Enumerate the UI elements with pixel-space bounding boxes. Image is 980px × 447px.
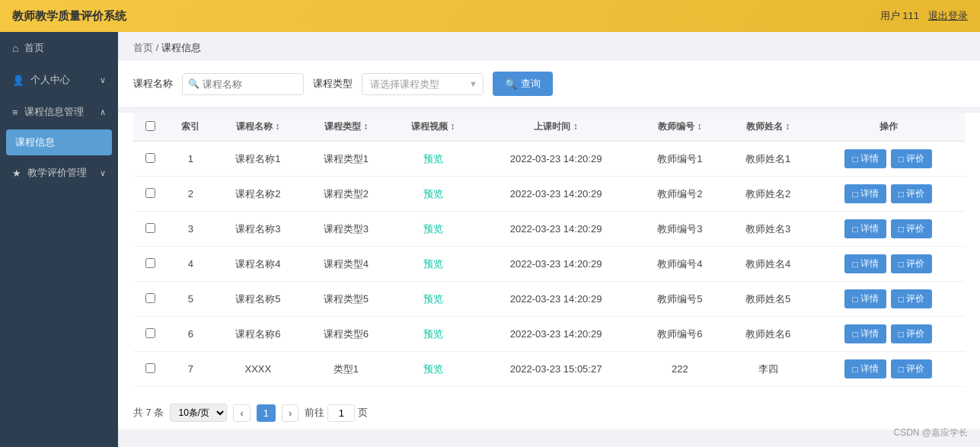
detail-button[interactable]: □ 详情 xyxy=(844,149,886,168)
select-all-checkbox[interactable] xyxy=(145,121,155,131)
row-index: 6 xyxy=(168,317,214,352)
row-course-name: 课程名称1 xyxy=(214,142,302,177)
row-checkbox xyxy=(133,317,168,352)
video-link[interactable]: 预览 xyxy=(423,293,443,305)
eval-button[interactable]: □ 评价 xyxy=(891,254,932,273)
sidebar-item-eval-mgmt[interactable]: ★ 教学评价管理 ∨ xyxy=(0,157,118,189)
search-input-wrap: 🔍 xyxy=(182,73,304,95)
col-course-video[interactable]: 课程视频 ↕ xyxy=(390,113,476,142)
course-name-input[interactable] xyxy=(182,73,304,95)
prev-page-button[interactable]: ‹ xyxy=(233,404,250,422)
row-select-checkbox[interactable] xyxy=(145,223,155,233)
video-link[interactable]: 预览 xyxy=(423,223,443,235)
col-course-type[interactable]: 课程类型 ↕ xyxy=(302,113,391,142)
row-class-time: 2022-03-23 14:20:29 xyxy=(476,247,636,282)
row-select-checkbox[interactable] xyxy=(145,293,155,303)
eval-label: 评价 xyxy=(906,362,924,375)
eval-button[interactable]: □ 评价 xyxy=(891,289,932,308)
action-btns: □ 详情 □ 评价 xyxy=(818,289,959,308)
action-btns: □ 详情 □ 评价 xyxy=(818,254,959,273)
eval-button[interactable]: □ 评价 xyxy=(891,149,932,168)
sidebar-item-home[interactable]: ⌂ 首页 xyxy=(0,32,118,64)
sidebar-item-personal[interactable]: 👤 个人中心 ∨ xyxy=(0,64,118,96)
row-course-video: 预览 xyxy=(390,247,476,282)
detail-button[interactable]: □ 详情 xyxy=(844,324,886,343)
sidebar-item-course-mgmt[interactable]: ≡ 课程信息管理 ∧ xyxy=(0,96,118,128)
name-label: 课程名称 xyxy=(133,77,173,91)
page-size-select[interactable]: 10条/页 xyxy=(170,404,227,422)
row-class-time: 2022-03-23 14:20:29 xyxy=(476,142,636,177)
detail-label: 详情 xyxy=(860,187,879,200)
table-container: 索引 课程名称 ↕ 课程类型 ↕ 课程视频 ↕ 上课时间 ↕ 教师编号 ↕ 教师… xyxy=(118,113,980,396)
eval-button[interactable]: □ 评价 xyxy=(891,359,932,378)
action-btns: □ 详情 □ 评价 xyxy=(818,149,959,168)
row-index: 7 xyxy=(168,352,214,387)
detail-label: 详情 xyxy=(860,222,879,235)
row-actions: □ 详情 □ 评价 xyxy=(812,212,965,247)
col-teacher-id[interactable]: 教师编号 ↕ xyxy=(636,113,724,142)
row-select-checkbox[interactable] xyxy=(145,328,155,338)
col-class-time[interactable]: 上课时间 ↕ xyxy=(476,113,636,142)
pagination: 共 7 条 10条/页 ‹ 1 › 前往 页 xyxy=(118,396,980,429)
detail-icon: □ xyxy=(852,154,857,164)
row-course-type: 课程类型6 xyxy=(302,317,391,352)
query-button[interactable]: 🔍 查询 xyxy=(493,72,553,96)
eval-label: 评价 xyxy=(906,327,924,340)
col-course-name[interactable]: 课程名称 ↕ xyxy=(214,113,302,142)
row-index: 2 xyxy=(168,177,214,212)
detail-button[interactable]: □ 详情 xyxy=(844,289,886,308)
row-checkbox xyxy=(133,247,168,282)
detail-button[interactable]: □ 详情 xyxy=(844,254,886,273)
row-actions: □ 详情 □ 评价 xyxy=(812,177,965,212)
row-course-name: 课程名称5 xyxy=(214,282,302,317)
row-select-checkbox[interactable] xyxy=(145,153,155,163)
query-icon: 🔍 xyxy=(505,78,517,90)
detail-button[interactable]: □ 详情 xyxy=(844,359,886,378)
header-right: 用户 111 退出登录 xyxy=(880,9,968,23)
action-btns: □ 详情 □ 评价 xyxy=(818,219,959,238)
detail-icon: □ xyxy=(852,364,857,375)
row-course-name: 课程名称4 xyxy=(214,247,302,282)
eval-button[interactable]: □ 评价 xyxy=(891,184,932,203)
detail-button[interactable]: □ 详情 xyxy=(844,219,886,238)
video-link[interactable]: 预览 xyxy=(423,328,443,340)
sidebar-course-mgmt-label: 课程信息管理 xyxy=(24,105,84,119)
row-index: 1 xyxy=(168,142,214,177)
detail-label: 详情 xyxy=(860,327,879,340)
row-select-checkbox[interactable] xyxy=(145,188,155,198)
goto-input[interactable] xyxy=(327,404,355,422)
video-link[interactable]: 预览 xyxy=(423,258,443,270)
col-actions: 操作 xyxy=(812,113,965,142)
row-course-type: 课程类型2 xyxy=(302,177,391,212)
sidebar-item-course-info[interactable]: 课程信息 xyxy=(6,129,112,155)
next-page-button[interactable]: › xyxy=(282,404,298,422)
row-class-time: 2022-03-23 14:20:29 xyxy=(476,212,636,247)
row-select-checkbox[interactable] xyxy=(145,258,155,268)
logout-button[interactable]: 退出登录 xyxy=(928,9,968,23)
row-actions: □ 详情 □ 评价 xyxy=(812,247,965,282)
row-course-video: 预览 xyxy=(390,282,476,317)
row-course-type: 课程类型1 xyxy=(302,142,391,177)
row-course-name: 课程名称3 xyxy=(214,212,302,247)
col-teacher-name[interactable]: 教师姓名 ↕ xyxy=(724,113,812,142)
breadcrumb-home[interactable]: 首页 xyxy=(133,42,153,53)
page-1-button[interactable]: 1 xyxy=(257,404,276,422)
detail-button[interactable]: □ 详情 xyxy=(844,184,886,203)
search-bar: 课程名称 🔍 课程类型 请选择课程类型 ▼ 🔍 查询 xyxy=(118,61,980,107)
detail-icon: □ xyxy=(852,329,857,340)
row-checkbox xyxy=(133,142,168,177)
eval-button[interactable]: □ 评价 xyxy=(891,219,932,238)
row-checkbox xyxy=(133,177,168,212)
eval-button[interactable]: □ 评价 xyxy=(891,324,932,343)
sidebar-course-info-label: 课程信息 xyxy=(15,136,55,148)
video-link[interactable]: 预览 xyxy=(423,188,443,200)
course-type-select[interactable]: 请选择课程类型 xyxy=(362,73,484,95)
header: 教师教学质量评价系统 用户 111 退出登录 xyxy=(0,0,980,32)
table-row: 7 XXXX 类型1 预览 2022-03-23 15:05:27 222 李四… xyxy=(133,352,965,387)
row-select-checkbox[interactable] xyxy=(145,363,155,373)
eval-icon: ★ xyxy=(12,168,21,179)
video-link[interactable]: 预览 xyxy=(423,363,443,375)
chevron-down-icon2: ∧ xyxy=(100,107,106,117)
video-link[interactable]: 预览 xyxy=(423,153,443,164)
detail-label: 详情 xyxy=(860,152,879,165)
